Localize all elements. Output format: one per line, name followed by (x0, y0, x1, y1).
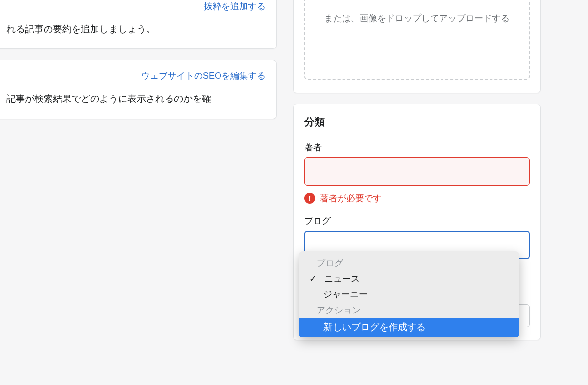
image-card: または、画像をドロップしてアップロードする (293, 0, 541, 93)
error-icon: ! (304, 193, 315, 204)
author-error-text: 著者が必要です (320, 192, 382, 204)
dropdown-item-journey-label: ジャーニー (323, 289, 368, 300)
excerpt-link-row: 抜粋を追加する (6, 0, 266, 12)
dropdown-group-action: アクション (299, 302, 519, 318)
dropdown-item-news-label: ニュース (324, 273, 360, 285)
author-label: 著者 (304, 142, 530, 153)
dropdown-item-create-label: 新しいブログを作成する (323, 321, 426, 334)
excerpt-description: れる記事の要約を追加しましょう。 (6, 22, 266, 37)
category-title: 分類 (304, 115, 530, 129)
seo-card: ウェブサイトのSEOを編集する 記事が検索結果でどのように表示されるのかを確 (0, 60, 277, 119)
seo-link-row: ウェブサイトのSEOを編集する (6, 70, 266, 82)
excerpt-card: 抜粋を追加する れる記事の要約を追加しましょう。 (0, 0, 277, 49)
blog-label: ブログ (304, 215, 530, 227)
edit-seo-link[interactable]: ウェブサイトのSEOを編集する (141, 71, 266, 81)
author-field: 著者 ! 著者が必要です (304, 142, 530, 204)
dropdown-item-news[interactable]: ✓ ニュース (299, 271, 519, 287)
blog-dropdown-popover: ブログ ✓ ニュース ジャーニー アクション 新しいブログを作成する (299, 251, 519, 337)
dropdown-item-create-blog[interactable]: 新しいブログを作成する (299, 318, 519, 337)
left-column: 抜粋を追加する れる記事の要約を追加しましょう。 ウェブサイトのSEOを編集する… (0, 0, 277, 130)
add-excerpt-link[interactable]: 抜粋を追加する (204, 1, 266, 11)
image-dropzone[interactable]: または、画像をドロップしてアップロードする (304, 0, 530, 80)
seo-description: 記事が検索結果でどのように表示されるのかを確 (6, 92, 266, 106)
check-icon: ✓ (308, 273, 318, 284)
author-error-row: ! 著者が必要です (304, 192, 530, 204)
dropzone-text: または、画像をドロップしてアップロードする (324, 11, 510, 25)
dropdown-group-blog: ブログ (299, 255, 519, 271)
author-input[interactable] (304, 157, 530, 186)
dropdown-item-journey[interactable]: ジャーニー (299, 287, 519, 302)
